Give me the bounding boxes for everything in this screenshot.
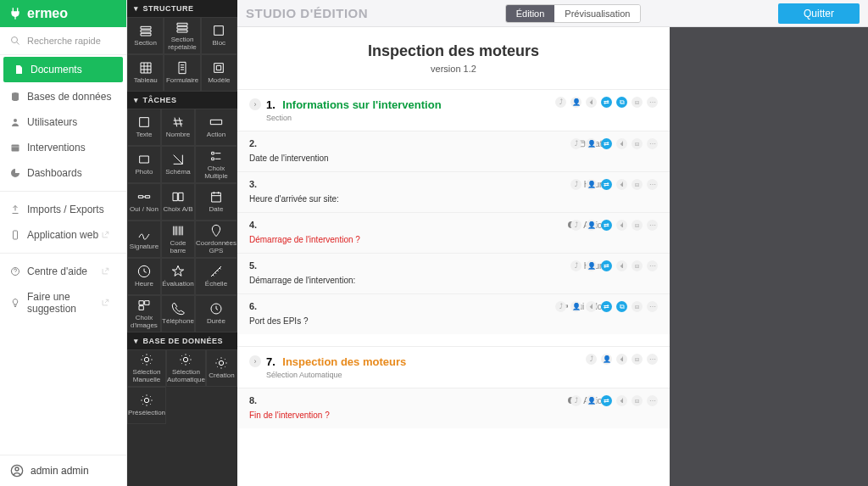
form-canvas: Inspection des moteurs version 1.2 › 1. … <box>237 27 670 486</box>
component-choix-d-images[interactable]: Choix d'images <box>127 295 161 332</box>
component-section-r-p-table[interactable]: Section répétable <box>164 17 200 54</box>
component-icon <box>139 61 153 75</box>
component-mod-le[interactable]: Modèle <box>201 54 237 92</box>
chevron-right-icon[interactable]: › <box>249 98 261 110</box>
nav-interventions[interactable]: Interventions <box>0 135 126 160</box>
panel-header-tasks[interactable]: ▾ TÂCHES <box>127 92 237 109</box>
component-formulaire[interactable]: Formulaire <box>164 54 200 92</box>
component-pr-s-lection[interactable]: Présélection <box>127 387 166 424</box>
item-row-8[interactable]: 8. Action ⤴👤⇄⏴⧈⋯ Fin de l'intervention ? <box>237 388 670 428</box>
user-icon <box>10 117 20 127</box>
panel-header-structure[interactable]: ▾ STRUCTURE <box>127 0 237 17</box>
component-heure[interactable]: Heure <box>127 258 161 295</box>
nav-secondary: Imports / Exports Application web <box>0 197 126 248</box>
component-icon <box>137 115 151 129</box>
component-texte[interactable]: Texte <box>127 109 161 146</box>
avatar-icon <box>10 464 24 478</box>
item-row-2[interactable]: 2. Date ⤴👤⇄⏴⧈⋯ Date de l'intervention <box>237 131 670 171</box>
move-icon[interactable]: ⇄ <box>601 97 612 108</box>
copy-icon[interactable]: ⧉ <box>616 97 627 108</box>
component-icon <box>214 356 228 370</box>
component-icon <box>140 394 153 407</box>
component-oui-non[interactable]: Oui / Non <box>127 183 161 221</box>
component-choix-a-b[interactable]: Choix A/B <box>161 183 195 221</box>
svg-point-0 <box>12 37 18 43</box>
component-sch-ma[interactable]: Schéma <box>161 146 195 183</box>
component-date[interactable]: Date <box>195 183 237 221</box>
panel-header-db[interactable]: ▾ BASE DE DONNÉES <box>127 332 237 349</box>
calendar-icon <box>10 142 20 153</box>
brand-name: ermeo <box>27 6 68 21</box>
component-icon <box>171 153 185 166</box>
nav-webapp[interactable]: Application web <box>0 222 126 248</box>
component-icon <box>179 353 192 366</box>
component--valuation[interactable]: Évaluation <box>161 258 195 295</box>
right-gutter <box>670 27 868 486</box>
topbar: STUDIO D'ÉDITION Édition Prévisualisatio… <box>237 0 868 27</box>
component-dur-e[interactable]: Durée <box>195 295 237 332</box>
item-row-6[interactable]: 6. Oui / Non ⤴👤⏴⇄⧉⧈⋯ Port des EPIs ? <box>237 293 670 334</box>
document-icon <box>14 64 24 75</box>
nav-dashboards[interactable]: Dashboards <box>0 160 126 186</box>
component-tableau[interactable]: Tableau <box>127 54 164 92</box>
bulb-icon <box>10 298 20 308</box>
component-icon <box>171 265 185 278</box>
nav-imports[interactable]: Imports / Exports <box>0 197 126 222</box>
component--chelle[interactable]: Échelle <box>195 258 237 295</box>
component-cr-ation[interactable]: Création <box>206 349 237 387</box>
nav-suggest[interactable]: Faire une suggestion <box>0 284 126 321</box>
tag-icon[interactable]: ⏴ <box>586 97 597 108</box>
share-icon[interactable]: ⤴ <box>555 97 566 108</box>
component-icon <box>212 24 225 37</box>
search-icon <box>10 36 20 46</box>
item-row-4[interactable]: 4. Action ⤴👤⇄⏴⧈⋯ Démarrage de l'interven… <box>237 212 670 253</box>
component-coordonn-es-gps[interactable]: Coordonnées GPS <box>195 221 237 258</box>
component-choix-multiple[interactable]: Choix Multiple <box>195 146 237 183</box>
component-icon <box>175 61 189 75</box>
component-signature[interactable]: Signature <box>127 221 161 258</box>
component-icon <box>137 153 151 166</box>
component-icon <box>209 149 223 163</box>
more-icon[interactable]: ⋯ <box>647 97 658 108</box>
component-code-barre[interactable]: Code barre <box>161 221 195 258</box>
component-bloc[interactable]: Bloc <box>201 17 237 54</box>
section-row-1[interactable]: › 1. Informations sur l'intervention Sec… <box>237 89 670 131</box>
svg-point-3 <box>14 119 17 122</box>
quit-button[interactable]: Quitter <box>778 3 860 24</box>
row-actions: ⤴👤⏴⇄⧉⧈⋯ <box>555 97 658 108</box>
svg-line-1 <box>17 42 19 45</box>
component-icon <box>171 224 185 237</box>
svg-rect-6 <box>14 231 18 239</box>
component-icon <box>209 224 223 237</box>
mode-edit[interactable]: Édition <box>506 5 555 22</box>
sidebar: ermeo Recherche rapide Documents Bases d… <box>0 0 127 486</box>
nav-documents[interactable]: Documents <box>3 57 123 82</box>
component-s-lection-manuelle[interactable]: Sélection Manuelle <box>127 349 166 387</box>
component-nombre[interactable]: Nombre <box>161 109 195 146</box>
external-link-icon <box>101 231 109 239</box>
component-t-l-phone[interactable]: Téléphone <box>161 295 195 332</box>
component-icon <box>212 61 225 75</box>
item-row-3[interactable]: 3. Heure ⤴👤⇄⏴⧈⋯ Heure d'arrivée sur site… <box>237 171 670 212</box>
nav-users[interactable]: Utilisateurs <box>0 109 126 135</box>
component-section[interactable]: Section <box>127 17 164 54</box>
nav-databases[interactable]: Bases de données <box>0 84 126 109</box>
component-action[interactable]: Action <box>195 109 237 146</box>
database-icon <box>10 92 20 102</box>
mode-preview[interactable]: Prévisualisation <box>554 5 640 22</box>
component-photo[interactable]: Photo <box>127 146 161 183</box>
pin-icon[interactable]: ⧈ <box>632 97 643 108</box>
chevron-right-icon[interactable]: › <box>249 355 261 367</box>
component-s-lection-automatique[interactable]: Sélection Automatique <box>166 349 206 387</box>
nav-help[interactable]: Centre d'aide <box>0 259 126 284</box>
user-icon[interactable]: 👤 <box>570 97 581 108</box>
search-input[interactable]: Recherche rapide <box>0 27 126 55</box>
nav-tertiary: Centre d'aide Faire une suggestion <box>0 259 126 321</box>
component-icon <box>175 20 189 34</box>
section-row-7[interactable]: › 7. Inspection des moteurs Sélection Au… <box>237 346 670 388</box>
components-panel: ▾ STRUCTURE SectionSection répétableBloc… <box>127 0 237 486</box>
item-row-5[interactable]: 5. Heure ⤴👤⇄⏴⧈⋯ Démarrage de l'intervent… <box>237 253 670 293</box>
user-footer[interactable]: admin admin <box>0 455 126 486</box>
component-icon <box>209 115 223 129</box>
component-icon <box>137 227 151 241</box>
